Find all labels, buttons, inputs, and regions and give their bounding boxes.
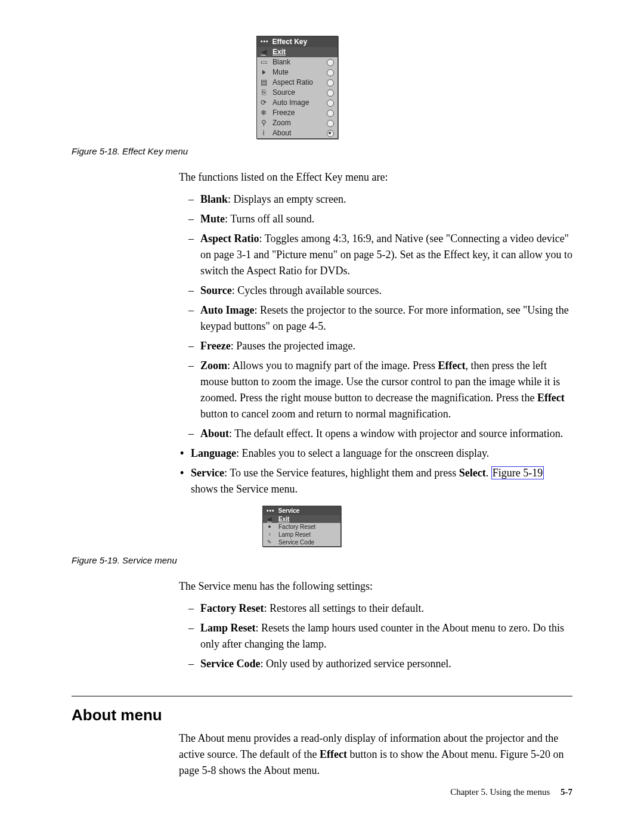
menu-exit-row: ◀ Exit	[263, 515, 340, 523]
effect-key-menu: ••• Effect Key ◀ Exit ▭ Blank 🕨 Mute	[256, 36, 338, 139]
lamp-icon: ♀	[265, 531, 274, 538]
radio-icon	[327, 59, 334, 66]
section-rule	[72, 696, 572, 696]
list-item: Factory Reset: Restores all settings to …	[192, 600, 572, 617]
list-item: Freeze: Pauses the projected image.	[192, 338, 572, 354]
menu-item-label: Aspect Ratio	[273, 78, 313, 88]
radio-icon	[327, 69, 334, 76]
list-item: About: The default effect. It opens a wi…	[192, 426, 572, 442]
list-item: Aspect Ratio: Toggles among 4:3, 16:9, a…	[192, 231, 572, 279]
menu-item-label: Blank	[273, 57, 290, 67]
radio-icon	[327, 89, 334, 97]
list-item: Zoom: Allows you to magnify part of the …	[192, 358, 572, 422]
radio-icon	[327, 130, 334, 137]
menu-title: ••• Effect Key	[257, 36, 338, 47]
effect-functions-list: Blank: Displays an empty screen. Mute: T…	[179, 191, 572, 442]
figure-caption: Figure 5-18. Effect Key menu	[72, 146, 572, 156]
radio-icon	[327, 79, 334, 86]
menu-item-label: Factory Reset	[278, 523, 315, 531]
menu-item-zoom: ⚲ Zoom	[257, 118, 338, 128]
list-item: Service Code: Only used by authorized se…	[192, 656, 572, 672]
menu-item-label: Lamp Reset	[278, 531, 311, 538]
zoom-icon: ⚲	[259, 118, 268, 128]
menu-item-label: Mute	[273, 67, 289, 78]
info-icon: i	[259, 128, 268, 138]
menu-title-label: Effect Key	[273, 36, 308, 47]
menu-item-source: ⎘ Source	[257, 88, 338, 98]
menu-title-label: Service	[278, 506, 300, 515]
footer-page-number: 5-7	[561, 787, 572, 797]
figure-link[interactable]: Figure 5-19	[491, 466, 544, 479]
wrench-icon: ✎	[265, 538, 274, 546]
freeze-icon: ❄	[259, 108, 268, 118]
mute-icon: 🕨	[259, 67, 268, 78]
list-item: Lamp Reset: Resets the lamp hours used c…	[192, 620, 572, 652]
settings-bullets: Language: Enables you to select a langua…	[179, 445, 572, 497]
intro-text: The functions listed on the Effect Key m…	[179, 169, 572, 185]
menu-title: ••• Service	[263, 506, 340, 515]
menu-item-service-code: ✎ Service Code	[263, 538, 340, 546]
menu-item-label: About	[273, 128, 291, 138]
dots-icon: •••	[261, 36, 269, 47]
menu-item-label: Zoom	[273, 118, 291, 128]
menu-item-label: Auto Image	[273, 98, 309, 108]
radio-icon	[327, 100, 334, 107]
list-item: Language: Enables you to select a langua…	[179, 445, 572, 462]
reset-icon: ●	[265, 523, 274, 531]
intro-text: The Service menu has the following setti…	[179, 578, 572, 594]
menu-item-blank: ▭ Blank	[257, 57, 338, 67]
about-paragraph: The About menu provides a read-only disp…	[179, 730, 572, 779]
radio-icon	[327, 110, 334, 117]
figure-caption: Figure 5-19. Service menu	[72, 555, 572, 565]
menu-item-label: Freeze	[273, 108, 295, 118]
footer-chapter: Chapter 5. Using the menus	[450, 787, 550, 797]
menu-item-lamp-reset: ♀ Lamp Reset	[263, 531, 340, 538]
source-icon: ⎘	[259, 88, 268, 98]
list-item: Auto Image: Resets the projector to the …	[192, 302, 572, 335]
back-arrow-icon: ◀	[265, 515, 274, 523]
section-heading: About menu	[72, 706, 572, 724]
radio-icon	[327, 120, 334, 127]
menu-item-mute: 🕨 Mute	[257, 67, 338, 78]
list-item: Mute: Turns off all sound.	[192, 211, 572, 227]
menu-exit-row: ◀ Exit	[257, 47, 338, 57]
aspect-icon: ▤	[259, 78, 268, 88]
list-item: Service: To use the Service features, hi…	[179, 465, 572, 497]
menu-item-freeze: ❄ Freeze	[257, 108, 338, 118]
menu-item-factory-reset: ● Factory Reset	[263, 523, 340, 531]
dots-icon: •••	[267, 506, 275, 515]
exit-label: Exit	[273, 47, 286, 57]
list-item: Source: Cycles through available sources…	[192, 283, 572, 299]
back-arrow-icon: ◀	[259, 47, 268, 57]
blank-icon: ▭	[259, 57, 268, 67]
menu-item-aspect: ▤ Aspect Ratio	[257, 78, 338, 88]
menu-item-about: i About	[257, 128, 338, 138]
exit-label: Exit	[278, 515, 289, 523]
service-menu: ••• Service ◀ Exit ● Factory Reset ♀ Lam…	[262, 506, 341, 547]
autoimage-icon: ⟳	[259, 98, 268, 108]
menu-item-label: Source	[273, 88, 295, 98]
page-footer: Chapter 5. Using the menus 5-7	[450, 787, 572, 797]
menu-item-autoimg: ⟳ Auto Image	[257, 98, 338, 108]
menu-item-label: Service Code	[278, 538, 314, 546]
list-item: Blank: Displays an empty screen.	[192, 191, 572, 208]
service-settings-list: Factory Reset: Restores all settings to …	[179, 600, 572, 672]
